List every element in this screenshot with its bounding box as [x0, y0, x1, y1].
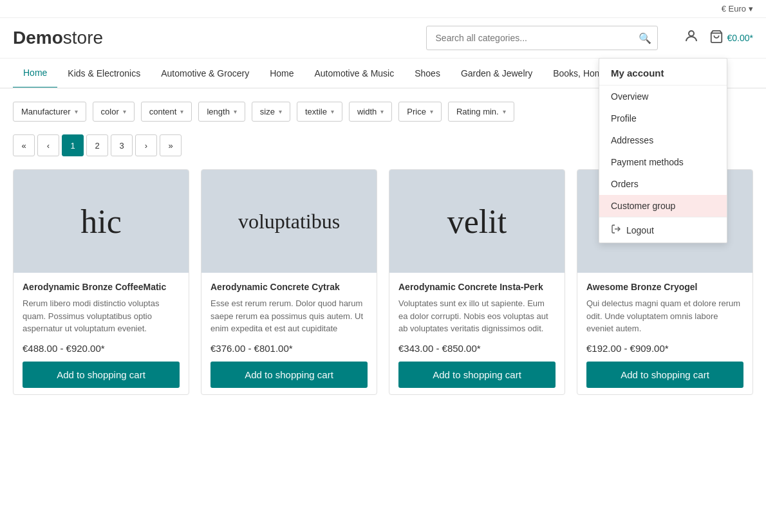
- product-name-2: Aerodynamic Concrete Insta-Perk: [398, 282, 556, 292]
- logo-light: store: [63, 28, 103, 48]
- filter-manufacturer[interactable]: Manufacturer ▾: [13, 102, 86, 122]
- account-overview-link[interactable]: Overview: [599, 86, 727, 107]
- product-image-1: voluptatibus: [201, 170, 377, 273]
- filter-color-label: color: [101, 107, 119, 116]
- add-to-cart-button-2[interactable]: Add to shopping cart: [398, 362, 556, 388]
- currency-label: € Euro: [722, 4, 746, 14]
- account-profile-link[interactable]: Profile: [599, 107, 727, 129]
- nav-item-home2[interactable]: Home: [259, 59, 304, 87]
- product-name-0: Aerodynamic Bronze CoffeeMatic: [23, 282, 180, 292]
- search-input[interactable]: [426, 26, 658, 50]
- pagination-prev[interactable]: ‹: [37, 134, 59, 156]
- filter-color[interactable]: color ▾: [93, 102, 135, 122]
- chevron-down-icon: ▾: [123, 108, 126, 115]
- chevron-down-icon: ▾: [279, 108, 282, 115]
- filter-textile-label: textile: [305, 107, 327, 116]
- pagination-page-1[interactable]: 1: [62, 134, 84, 156]
- product-card-2: velit Aerodynamic Concrete Insta-Perk Vo…: [389, 169, 565, 395]
- product-card-0: hic Aerodynamic Bronze CoffeeMatic Rerum…: [13, 169, 189, 395]
- product-name-1: Aerodynamic Concrete Cytrak: [210, 282, 368, 292]
- chevron-down-icon: ▾: [430, 108, 433, 115]
- add-to-cart-button-1[interactable]: Add to shopping cart: [210, 362, 368, 388]
- product-desc-1: Esse est rerum rerum. Dolor quod harum s…: [210, 297, 368, 335]
- product-price-1: €376.00 - €801.00*: [210, 343, 368, 354]
- chevron-down-icon: ▾: [234, 108, 237, 115]
- pagination-page-2[interactable]: 2: [86, 134, 108, 156]
- pagination-first[interactable]: «: [13, 134, 35, 156]
- filter-price-label: Price: [407, 107, 426, 116]
- logout-item[interactable]: Logout: [599, 217, 727, 243]
- product-desc-3: Qui delectus magni quam et dolore rerum …: [586, 297, 743, 335]
- product-image-text-1: voluptatibus: [238, 210, 340, 234]
- logo-bold: Demo: [13, 28, 63, 48]
- chevron-down-icon: ▾: [331, 108, 334, 115]
- filter-price[interactable]: Price ▾: [398, 102, 442, 122]
- cart-button[interactable]: €0.00*: [709, 30, 753, 47]
- product-info-0: Aerodynamic Bronze CoffeeMatic Rerum lib…: [14, 273, 189, 394]
- nav-item-garden-jewelry[interactable]: Garden & Jewelry: [451, 59, 543, 87]
- header-actions: €0.00*: [684, 28, 753, 48]
- product-image-0: hic: [14, 170, 189, 273]
- product-price-3: €192.00 - €909.00*: [586, 343, 743, 354]
- nav-item-shoes[interactable]: Shoes: [404, 59, 451, 87]
- currency-chevron-icon: ▾: [749, 4, 753, 14]
- nav-item-automotive-music[interactable]: Automotive & Music: [304, 59, 404, 87]
- product-image-text-2: velit: [447, 203, 507, 241]
- account-addresses-link[interactable]: Addresses: [599, 129, 727, 151]
- filter-content[interactable]: content ▾: [141, 102, 192, 122]
- filter-size[interactable]: size ▾: [252, 102, 290, 122]
- filter-size-label: size: [260, 107, 275, 116]
- top-bar: € Euro ▾: [0, 0, 766, 18]
- filter-content-label: content: [149, 107, 177, 116]
- add-to-cart-button-3[interactable]: Add to shopping cart: [586, 362, 743, 388]
- account-dropdown: My account Overview Profile Addresses Pa…: [599, 58, 727, 243]
- product-info-2: Aerodynamic Concrete Insta-Perk Voluptat…: [389, 273, 565, 394]
- filter-rating-label: Rating min.: [456, 107, 499, 116]
- filter-width[interactable]: width ▾: [349, 102, 392, 122]
- pagination-last[interactable]: »: [160, 134, 182, 156]
- chevron-down-icon: ▾: [180, 108, 183, 115]
- account-menu-item-customer-group[interactable]: Customer group: [599, 195, 727, 217]
- filter-textile[interactable]: textile ▾: [297, 102, 342, 122]
- product-info-3: Awesome Bronze Cryogel Qui delectus magn…: [577, 273, 752, 394]
- logout-icon: [611, 224, 621, 236]
- header: Demostore 🔍 €0.00*: [0, 18, 766, 59]
- account-menu-item-profile[interactable]: Profile: [599, 107, 727, 129]
- filter-length[interactable]: length ▾: [198, 102, 245, 122]
- product-price-2: €343.00 - €850.00*: [398, 343, 556, 354]
- product-image-2: velit: [389, 170, 565, 273]
- account-orders-link[interactable]: Orders: [599, 173, 727, 195]
- nav-item-kids-electronics[interactable]: Kids & Electronics: [57, 59, 151, 87]
- filter-length-label: length: [207, 107, 229, 116]
- account-menu-item-addresses[interactable]: Addresses: [599, 129, 727, 151]
- filter-width-label: width: [357, 107, 377, 116]
- currency-selector[interactable]: € Euro ▾: [722, 4, 753, 14]
- user-account-button[interactable]: [684, 28, 699, 48]
- account-customer-group-link[interactable]: Customer group: [599, 195, 727, 217]
- logo[interactable]: Demostore: [13, 28, 103, 48]
- search-button[interactable]: 🔍: [639, 32, 651, 44]
- account-menu-item-overview[interactable]: Overview: [599, 86, 727, 107]
- chevron-down-icon: ▾: [503, 108, 506, 115]
- product-card-1: voluptatibus Aerodynamic Concrete Cytrak…: [201, 169, 377, 395]
- cart-icon: [709, 30, 724, 47]
- add-to-cart-button-0[interactable]: Add to shopping cart: [23, 362, 180, 388]
- product-info-1: Aerodynamic Concrete Cytrak Esse est rer…: [201, 273, 377, 394]
- filter-rating[interactable]: Rating min. ▾: [448, 102, 514, 122]
- logout-label: Logout: [626, 225, 654, 235]
- product-name-3: Awesome Bronze Cryogel: [586, 282, 743, 292]
- pagination-page-3[interactable]: 3: [111, 134, 133, 156]
- nav-item-automotive-grocery[interactable]: Automotive & Grocery: [151, 59, 259, 87]
- user-icon: [684, 31, 699, 47]
- nav-item-home[interactable]: Home: [13, 59, 57, 89]
- search-icon: 🔍: [639, 33, 651, 44]
- chevron-down-icon: ▾: [380, 108, 384, 115]
- product-desc-2: Voluptates sunt ex illo ut sapiente. Eum…: [398, 297, 556, 335]
- pagination-next[interactable]: ›: [135, 134, 157, 156]
- product-image-text-0: hic: [80, 203, 122, 241]
- account-menu-item-orders[interactable]: Orders: [599, 173, 727, 195]
- search-bar: 🔍: [426, 26, 658, 50]
- account-menu-item-payment[interactable]: Payment methods: [599, 151, 727, 173]
- account-payment-link[interactable]: Payment methods: [599, 151, 727, 173]
- filter-manufacturer-label: Manufacturer: [21, 107, 71, 116]
